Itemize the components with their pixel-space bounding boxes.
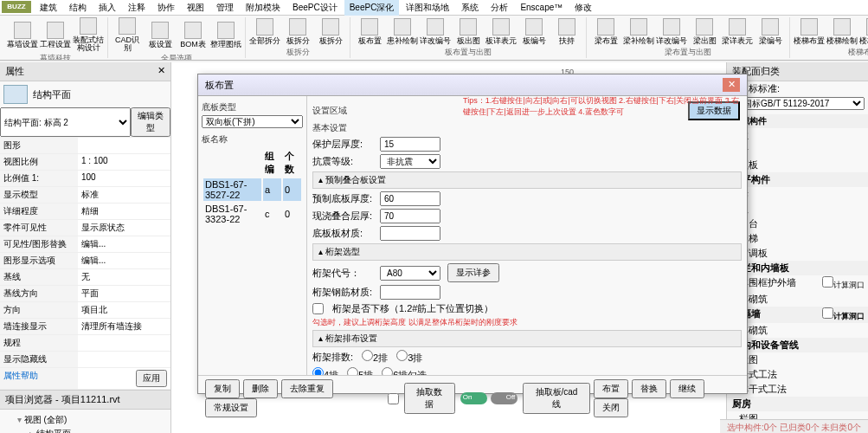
panel-list-table[interactable]: 组编个数 DBS1-67-3527-22a0 DBS1-67-3323-22c0 bbox=[202, 147, 303, 227]
menu-5[interactable]: 视图 bbox=[182, 0, 209, 16]
menu-7[interactable]: 附加模块 bbox=[241, 0, 286, 16]
menu-3[interactable]: 注释 bbox=[123, 0, 151, 16]
ribbon-item[interactable]: 板设置 bbox=[145, 17, 176, 52]
type-item[interactable]: 干式工法 bbox=[727, 367, 868, 382]
prop-value[interactable]: 编辑... bbox=[78, 236, 170, 252]
prefab-th-input[interactable] bbox=[380, 191, 440, 206]
type-item[interactable]: 内隔墙计算洞口 bbox=[727, 307, 868, 323]
count-3-radio[interactable] bbox=[396, 350, 408, 361]
type-item[interactable]: 水平构件 bbox=[727, 172, 868, 187]
type-item[interactable]: 栏图 bbox=[727, 411, 868, 419]
prop-value[interactable]: 100 bbox=[78, 171, 170, 186]
ribbon-item[interactable]: BOM表 bbox=[177, 17, 209, 52]
type-item[interactable]: 板 bbox=[727, 202, 868, 216]
seismic-select[interactable]: 非抗震 bbox=[380, 154, 440, 169]
count-4-radio[interactable] bbox=[312, 367, 324, 375]
ribbon-item[interactable]: 板出图 bbox=[453, 17, 484, 46]
ribbon-item[interactable]: 详改编号 bbox=[420, 17, 451, 46]
menu-13[interactable]: Enscape™ bbox=[515, 1, 568, 14]
ribbon-item[interactable]: 梁详表元 bbox=[722, 17, 753, 46]
type-item[interactable]: 修构和设备管线 bbox=[727, 338, 868, 352]
prop-value[interactable]: 无 bbox=[78, 269, 170, 285]
type-item[interactable]: 非干式工法 bbox=[727, 382, 868, 397]
dlg-footer-button[interactable]: 抽取板/cad线 bbox=[523, 383, 590, 414]
menu-1[interactable]: 结构 bbox=[64, 0, 92, 16]
menu-2[interactable]: 插入 bbox=[93, 0, 121, 16]
prop-value[interactable]: 显示原状态 bbox=[78, 220, 170, 236]
ribbon-item[interactable]: 患补绘制 bbox=[387, 17, 418, 46]
ribbon-item[interactable]: 装配式结构设计 bbox=[73, 17, 104, 52]
type-item[interactable]: 楼梯 bbox=[727, 231, 868, 246]
dlg-footer-button[interactable]: 继续 bbox=[670, 379, 704, 398]
ribbon-item[interactable]: 板详表元 bbox=[485, 17, 517, 46]
prop-value[interactable] bbox=[78, 138, 170, 153]
prop-value[interactable]: 平面 bbox=[78, 286, 170, 301]
ribbon-item[interactable]: 板布置 bbox=[354, 17, 385, 46]
close-icon[interactable]: ✕ bbox=[158, 65, 165, 78]
toggle-off[interactable] bbox=[491, 392, 518, 404]
menu-12[interactable]: 分析 bbox=[485, 0, 513, 16]
type-item[interactable]: 柱 bbox=[727, 128, 868, 143]
menu-0[interactable]: 建筑 bbox=[35, 0, 62, 16]
count-6-radio[interactable] bbox=[382, 367, 393, 375]
ribbon-item[interactable]: 梁补绘制 bbox=[623, 17, 654, 46]
tree-root[interactable]: 视图 (全部) bbox=[3, 413, 167, 427]
toggle-on[interactable] bbox=[460, 392, 487, 404]
type-item[interactable]: 空调板 bbox=[727, 246, 868, 261]
cast-th-input[interactable] bbox=[380, 209, 440, 223]
panel-type-combo[interactable]: 双向板(下拼) bbox=[202, 115, 303, 128]
dlg-footer-button[interactable]: 关闭 bbox=[594, 398, 628, 417]
ribbon-item[interactable]: 梁编号 bbox=[755, 17, 786, 46]
type-item[interactable]: 护栏和内墙板 bbox=[727, 261, 868, 275]
ribbon-item[interactable]: 板编号 bbox=[518, 17, 550, 46]
truss-mat-input[interactable] bbox=[380, 285, 440, 300]
ribbon-item[interactable]: 梁出图 bbox=[689, 17, 720, 46]
std-selector[interactable]: 国标GB/T 51129-2017 bbox=[739, 97, 865, 110]
type-item[interactable]: 厨房 bbox=[727, 397, 868, 411]
truss-shift-check[interactable] bbox=[312, 303, 324, 314]
ribbon-item[interactable]: 梁布置 bbox=[590, 17, 621, 46]
dlg-footer-button[interactable]: 常规设置 bbox=[205, 398, 257, 417]
menu-8[interactable]: BeePC设计 bbox=[287, 0, 343, 16]
menu-11[interactable]: 系统 bbox=[456, 0, 484, 16]
protect-input[interactable] bbox=[380, 137, 440, 152]
menu-4[interactable]: 协作 bbox=[152, 0, 180, 16]
menu-9[interactable]: BeePC深化 bbox=[344, 0, 400, 16]
prefab-accordion[interactable]: 预制叠合板设置 bbox=[312, 171, 742, 189]
type-item[interactable]: 顶板 bbox=[727, 158, 868, 172]
ribbon-item[interactable]: 板拆分 bbox=[315, 17, 346, 46]
truss-type-accordion[interactable]: 桁架选型 bbox=[312, 243, 742, 261]
dlg-footer-button[interactable]: 替换 bbox=[632, 379, 666, 398]
menu-10[interactable]: 详图和场地 bbox=[401, 0, 454, 16]
prop-value[interactable] bbox=[78, 335, 170, 351]
type-item[interactable]: 栏图 bbox=[727, 352, 868, 367]
prop-value[interactable]: 精细 bbox=[78, 204, 170, 219]
prop-value[interactable] bbox=[78, 352, 170, 367]
ribbon-item[interactable]: CAD识别 bbox=[112, 17, 143, 52]
prop-value[interactable]: 清理所有墙连接 bbox=[78, 319, 170, 334]
dlg-footer-button[interactable]: 去除重复 bbox=[281, 379, 333, 398]
prop-value[interactable]: 1 : 100 bbox=[78, 154, 170, 170]
material-input[interactable] bbox=[380, 226, 440, 241]
dlg-footer-button[interactable]: 抽取数据 bbox=[404, 383, 455, 414]
menu-14[interactable]: 修改 bbox=[569, 0, 597, 16]
truss-code-select[interactable]: A80 bbox=[380, 266, 440, 281]
instance-selector[interactable]: 结构平面: 标高 2 bbox=[0, 107, 131, 137]
ribbon-item[interactable]: 扶持 bbox=[551, 17, 582, 46]
layout-accordion[interactable]: 桁架排布设置 bbox=[312, 330, 742, 347]
prop-value[interactable]: 编辑... bbox=[78, 253, 170, 268]
prop-value[interactable]: 项目北 bbox=[78, 302, 170, 318]
properties-help-link[interactable]: 属性帮助 bbox=[0, 368, 78, 389]
menu-6[interactable]: 管理 bbox=[211, 0, 239, 16]
prop-value[interactable]: 标准 bbox=[78, 187, 170, 203]
dialog-close-button[interactable]: ✕ bbox=[723, 78, 740, 92]
type-item[interactable]: 阳台 bbox=[727, 216, 868, 231]
type-item[interactable]: 非砌筑 bbox=[727, 323, 868, 338]
ribbon-item[interactable]: 工程设置 bbox=[40, 17, 71, 52]
tree-item[interactable]: 结构平面 bbox=[16, 427, 167, 433]
edit-type-button[interactable]: 编辑类型 bbox=[131, 107, 170, 137]
dlg-footer-button[interactable]: 复制 bbox=[205, 379, 240, 398]
show-detail-button[interactable]: 显示详参 bbox=[447, 263, 499, 282]
ribbon-item[interactable]: 板拆分 bbox=[282, 17, 313, 46]
apply-button[interactable]: 应用 bbox=[136, 370, 167, 387]
